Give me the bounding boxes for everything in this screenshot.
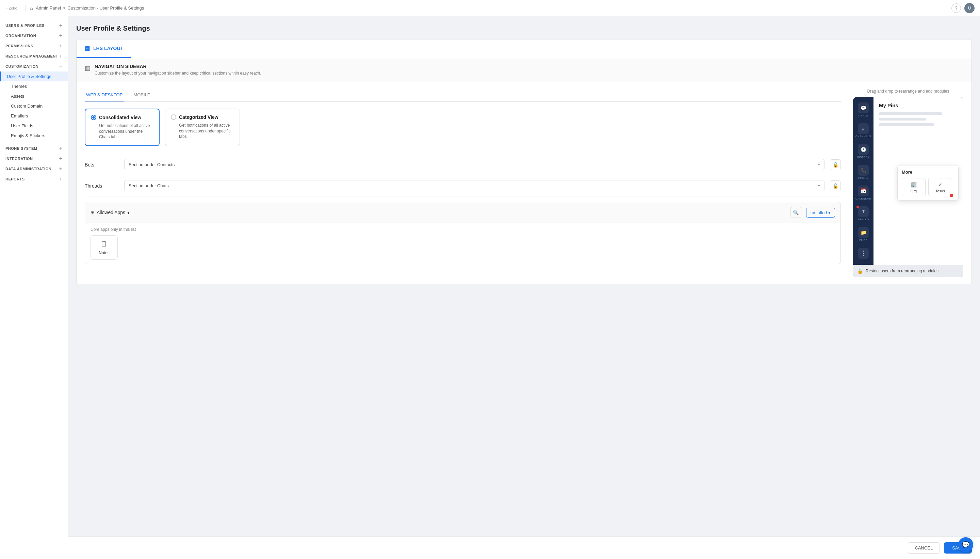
breadcrumb-admin-panel[interactable]: Admin Panel — [36, 5, 61, 10]
restrict-bar: 🔒 Restrict users from rearranging module… — [853, 265, 964, 277]
allowed-apps-label: Allowed Apps — [97, 210, 125, 215]
nav-icon-phone[interactable]: 📞 PHONE — [853, 162, 873, 182]
lhs-layout-tab-icon: ▦ — [85, 45, 90, 51]
notes-app-label: Notes — [99, 251, 109, 255]
nav-section-header-reports[interactable]: REPORTS + — [0, 174, 68, 184]
consolidated-radio — [91, 115, 96, 120]
nav-section-header-permissions[interactable]: PERMISSIONS + — [0, 41, 68, 51]
nav-section-label-integration: INTEGRATION — [5, 157, 33, 161]
nav-section-label-organization: ORGANIZATION — [5, 34, 36, 38]
app-logo: ~ Zoho — [5, 6, 17, 10]
channels-icon-circle: # — [858, 123, 869, 134]
bots-lock-button[interactable]: 🔓 — [830, 159, 841, 170]
app-layout: USERS & PROFILES + ORGANIZATION + PERMIS… — [0, 17, 980, 559]
trello-icon-circle: T — [858, 206, 869, 217]
tab-lhs-layout[interactable]: ▦ LHS LAYOUT — [77, 40, 131, 58]
home-icon[interactable]: ⌂ — [30, 5, 33, 11]
nav-icon-chats[interactable]: 💬 CHATS — [853, 100, 873, 120]
app-item-notes[interactable]: 🗒 Notes — [91, 235, 118, 260]
more-popup-item-org[interactable]: 🏢 Org — [902, 178, 926, 196]
allowed-apps-search-button[interactable]: 🔍 — [790, 207, 801, 218]
more-popup-item-tasks[interactable]: ✓ Tasks — [928, 178, 952, 196]
tasks-red-dot — [950, 194, 953, 197]
more-popup-items: 🏢 Org ✓ Tasks — [902, 178, 954, 196]
installed-filter-label: Installed — [810, 210, 827, 215]
cancel-button[interactable]: CANCEL — [908, 542, 940, 554]
org-icon: 🏢 — [910, 181, 917, 188]
view-option-consolidated[interactable]: Consolidated View Get notifications of a… — [85, 109, 160, 146]
installed-filter-button[interactable]: Installed ▾ — [806, 208, 835, 218]
more-popup-title: More — [902, 170, 954, 175]
chat-bubble[interactable]: 💬 — [958, 537, 973, 552]
nav-preview-main: My Pins More 🏢 — [873, 97, 964, 265]
nav-section-label-data-administration: DATA ADMINISTRATION — [5, 167, 51, 171]
more-popup: More 🏢 Org ✓ — [898, 165, 959, 200]
trello-red-dot — [856, 206, 859, 208]
avatar[interactable]: U — [964, 3, 975, 13]
files-icon-label: FILES — [859, 239, 867, 242]
files-icon-circle: 📁 — [858, 227, 869, 238]
nav-section-header-integration[interactable]: INTEGRATION + — [0, 154, 68, 164]
nav-icon-more[interactable]: ⋮ — [853, 245, 873, 262]
sidebar-item-themes[interactable]: Themes — [0, 81, 68, 91]
pin-placeholder-2 — [879, 118, 926, 121]
nav-section-header-resource-management[interactable]: RESOURCE MANAGEMENT + — [0, 51, 68, 61]
pin-placeholder-3 — [879, 123, 934, 126]
sidebar-item-emojis-stickers[interactable]: Emojis & Stickers — [0, 131, 68, 141]
nav-section-header-customization[interactable]: CUSTOMIZATION − — [0, 61, 68, 71]
pin-placeholder-1 — [879, 112, 942, 115]
threads-dropdown-chevron: ▾ — [818, 184, 820, 188]
expand-phone-system-icon: + — [59, 146, 62, 152]
notes-app-icon: 🗒 — [101, 240, 108, 248]
phone-icon-circle: 📞 — [858, 165, 869, 176]
nav-section-header-data-administration[interactable]: DATA ADMINISTRATION + — [0, 164, 68, 174]
nav-icon-calendar[interactable]: 📅 CALENDAR — [853, 183, 873, 203]
chats-icon-circle: 💬 — [858, 103, 869, 113]
allowed-apps-title[interactable]: ⊞ Allowed Apps ▾ — [91, 210, 130, 215]
expand-integration-icon: + — [59, 155, 62, 162]
tab-web-desktop[interactable]: WEB & DESKTOP — [85, 89, 124, 101]
restrict-bar-text: Restrict users from rearranging modules — [866, 269, 939, 273]
sidebar-item-user-profile-settings[interactable]: User Profile & Settings — [0, 71, 68, 81]
breadcrumb-separator: > — [63, 5, 66, 10]
phone-icon-label: PHONE — [858, 176, 868, 179]
nav-icon-history[interactable]: 🕐 HISTORY — [853, 141, 873, 161]
expand-permissions-icon: + — [59, 43, 62, 49]
nav-icon-channels[interactable]: # CHANNELS — [853, 121, 873, 141]
main-left: WEB & DESKTOP MOBILE Consolidated View G… — [85, 89, 841, 277]
nav-sidebar-icon: ▦ — [85, 64, 91, 72]
bots-label: Bots — [85, 162, 119, 167]
categorized-radio — [171, 114, 176, 120]
left-nav: USERS & PROFILES + ORGANIZATION + PERMIS… — [0, 17, 68, 559]
threads-lock-button[interactable]: 🔓 — [830, 180, 841, 191]
right-panel: Drag and drop to rearrange and add modul… — [848, 89, 964, 277]
sidebar-item-assets[interactable]: Assets — [0, 91, 68, 101]
avatar-initials: U — [968, 6, 971, 10]
tab-mobile[interactable]: MOBILE — [132, 89, 152, 101]
bots-dropdown[interactable]: Section under Contacts ▾ — [124, 159, 825, 170]
installed-filter-chevron: ▾ — [828, 210, 831, 215]
nav-section-header-organization[interactable]: ORGANIZATION + — [0, 31, 68, 41]
bottom-spacer — [76, 284, 972, 305]
main-content: User Profile & Settings ▦ LHS LAYOUT ▦ N… — [68, 17, 980, 559]
sidebar-item-user-fields[interactable]: User Fields — [0, 121, 68, 131]
categorized-view-desc: Get notifications of all active conversa… — [171, 122, 234, 140]
nav-section-header-phone-system[interactable]: PHONE SYSTEM + — [0, 143, 68, 154]
nav-section-label-permissions: PERMISSIONS — [5, 44, 33, 48]
nav-icon-trello[interactable]: T TRELLO — [853, 203, 873, 224]
sidebar-item-emailers[interactable]: Emailers — [0, 111, 68, 121]
page-title: User Profile & Settings — [76, 25, 972, 32]
sidebar-item-custom-domain[interactable]: Custom Domain — [0, 101, 68, 111]
nav-section-header-users-profiles[interactable]: USERS & PROFILES + — [0, 20, 68, 31]
app-grid: 🗒 Notes — [91, 235, 835, 260]
calendar-icon-circle: 📅 — [858, 185, 869, 197]
expand-reports-icon: + — [59, 176, 62, 182]
nav-preview-sidebar: 💬 CHATS # CHANNELS 🕐 H — [853, 97, 873, 265]
view-option-categorized[interactable]: Categorized View Get notifications of al… — [165, 109, 240, 146]
topbar: ~ Zoho ⌂ Admin Panel > Customization - U… — [0, 0, 980, 17]
threads-dropdown[interactable]: Section under Chats ▾ — [124, 180, 825, 191]
view-options: Consolidated View Get notifications of a… — [85, 109, 841, 146]
help-button[interactable]: ? — [952, 3, 961, 13]
nav-icon-files[interactable]: 📁 FILES — [853, 224, 873, 245]
nav-sidebar-title: NAVIGATION SIDEBAR — [95, 64, 261, 69]
